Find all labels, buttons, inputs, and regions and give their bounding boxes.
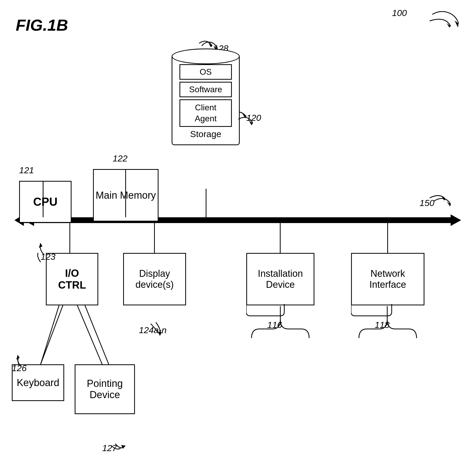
installation-bracket-svg <box>246 304 314 317</box>
svg-marker-16 <box>16 355 20 360</box>
keyboard-label: Keyboard <box>17 377 59 388</box>
os-box: OS <box>179 64 232 80</box>
svg-marker-11 <box>447 201 451 207</box>
cylinder-inner: OS Software ClientAgent <box>176 64 235 127</box>
bus-arrow-right <box>451 214 460 226</box>
svg-line-14 <box>77 305 102 364</box>
software-box: Software <box>179 82 232 97</box>
ref-123: 123 <box>41 252 56 262</box>
cylinder-body: OS Software ClientAgent Storage <box>172 56 240 145</box>
ref-150: 150 <box>419 198 434 208</box>
ref-100: 100 <box>392 8 407 18</box>
display-device-label: Displaydevice(s) <box>135 268 174 290</box>
cpu-label: CPU <box>33 195 58 208</box>
ref-116: 116 <box>267 320 282 330</box>
svg-marker-1 <box>208 43 212 47</box>
ref-124an: 124a-n <box>139 325 167 335</box>
storage-cylinder: OS Software ClientAgent Storage <box>172 48 240 145</box>
installation-device-box: InstallationDevice <box>246 253 314 305</box>
bus-line <box>24 217 451 223</box>
storage-label: Storage <box>176 129 235 139</box>
installation-device-label: InstallationDevice <box>258 268 303 290</box>
diagram-container: FIG.1B 100 <box>0 0 475 476</box>
pointing-device-box: PointingDevice <box>75 364 135 414</box>
mm-vline <box>125 169 126 217</box>
svg-marker-8 <box>455 20 458 28</box>
cpu-vline <box>43 181 43 217</box>
io-bus-vline <box>69 223 70 253</box>
svg-line-13 <box>41 305 63 364</box>
figure-title: FIG.1B <box>16 16 68 34</box>
installation-bus-vline <box>280 223 281 253</box>
svg-marker-5 <box>441 196 445 201</box>
io-ctrl-label: I/OCTRL <box>58 267 86 291</box>
svg-marker-12 <box>39 243 42 248</box>
ref-120: 120 <box>246 113 261 123</box>
installation-device-wrapper: InstallationDevice <box>246 253 314 305</box>
pointing-device-label: PointingDevice <box>87 378 123 401</box>
cpu-box: CPU <box>19 181 72 223</box>
storage-vline <box>206 189 206 223</box>
svg-marker-0 <box>447 23 451 28</box>
network-bus-vline <box>387 223 388 253</box>
client-agent-box: ClientAgent <box>179 99 232 127</box>
svg-marker-2 <box>242 113 246 118</box>
ref-122: 122 <box>113 153 128 164</box>
cylinder-top <box>172 48 240 64</box>
ref-121: 121 <box>19 165 34 175</box>
ref-126: 126 <box>12 363 27 373</box>
ref-118: 118 <box>375 320 390 330</box>
ref-127: 127 <box>102 443 117 453</box>
svg-marker-17 <box>121 445 125 449</box>
network-interface-label: NetworkInterface <box>369 268 406 290</box>
display-bus-vline <box>154 223 155 253</box>
network-interface-box: NetworkInterface <box>351 253 424 305</box>
network-bracket-svg <box>351 304 424 317</box>
network-interface-wrapper: NetworkInterface <box>351 253 424 305</box>
display-device-box: Displaydevice(s) <box>123 253 186 305</box>
